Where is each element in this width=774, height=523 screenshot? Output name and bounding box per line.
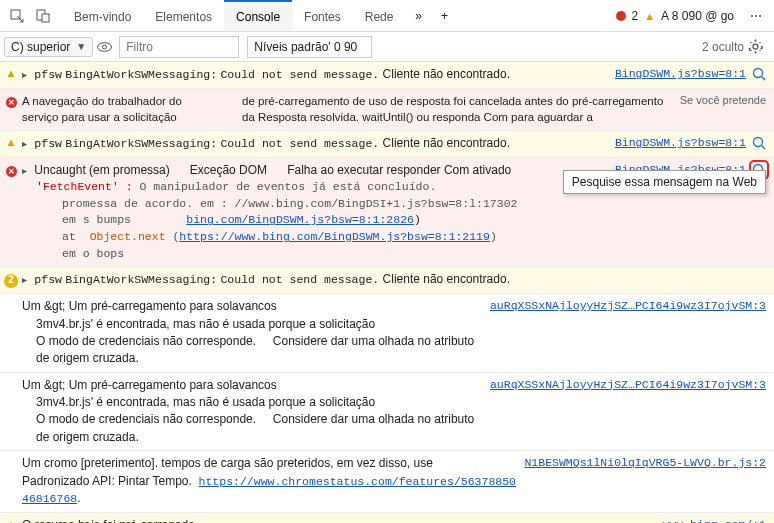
add-tab-icon[interactable]: +: [433, 5, 455, 27]
punct: .: [77, 491, 80, 505]
console-output: ▲ pfsw BingAtWorkSWMessaging: Could not …: [0, 62, 774, 523]
stack-symbol: Object.next: [90, 230, 166, 243]
err-head: Uncaught (em promessa): [34, 163, 169, 177]
warn-line: O recurso br.js foi pré-carregado: [22, 517, 654, 523]
source-link[interactable]: BingDSWM.js?bsw=8:1: [615, 66, 746, 83]
log-prefix: pfsw: [34, 68, 62, 81]
err-mid: Exceção DOM: [190, 163, 267, 177]
source-link[interactable]: BingDSWM.js?bsw=8:1: [615, 135, 746, 152]
warn-icon: ▲: [4, 517, 18, 523]
stack-label: 'FetchEvent' :: [36, 180, 133, 193]
tab-console[interactable]: Console: [224, 0, 292, 31]
tab-strip: Bem-vindo Elementos Console Fontes Rede: [62, 0, 405, 31]
tab-welcome[interactable]: Bem-vindo: [62, 0, 143, 31]
console-row: Um &gt; Um pré-carregamento para solavan…: [0, 373, 774, 452]
warn-text: A 8 090 @ go: [661, 9, 734, 23]
info-line: 3mv4.br.js' é encontrada, mas não é usad…: [22, 394, 482, 411]
stack-line: em s bumps: [62, 213, 131, 226]
issues-summary[interactable]: 2 ▲ A 8 090 @ go: [608, 9, 742, 23]
console-row: ✕ A navegação do trabalhador do serviço …: [0, 89, 774, 131]
error-icon: ✕: [4, 162, 18, 179]
expand-caret[interactable]: [22, 163, 31, 177]
info-line: O modo de credenciais não corresponde.: [36, 334, 256, 348]
svg-point-3: [98, 42, 112, 51]
source-link[interactable]: www.bing.com/:1: [662, 517, 766, 523]
live-expression-icon[interactable]: [97, 42, 115, 52]
source-link[interactable]: N1BESWMQs1lNi0lqIqVRG5-LWVQ.br.js:2: [524, 455, 766, 472]
device-toolbar-icon[interactable]: [32, 5, 54, 27]
log-group: BingAtWorkSWMessaging:: [65, 68, 217, 81]
stack-line: at: [62, 230, 76, 243]
tab-network[interactable]: Rede: [353, 0, 406, 31]
more-menu-icon[interactable]: ⋯: [742, 9, 770, 23]
search-web-icon[interactable]: [752, 136, 766, 150]
warn-icon: ▲: [4, 135, 18, 151]
source-link[interactable]: auRqXSSxNAjloyyHzjSZ…PCI64i9wz3I7ojvSM:3: [490, 298, 766, 315]
log-extra: Cliente não encontrado.: [383, 136, 510, 150]
log-levels-selector[interactable]: Níveis padrão' 0 90: [247, 36, 372, 58]
hidden-count[interactable]: 2 oculto: [702, 40, 744, 54]
console-row: ▲ pfsw BingAtWorkSWMessaging: Could not …: [0, 131, 774, 158]
error-count: 2: [632, 9, 639, 23]
expand-caret[interactable]: [22, 136, 31, 150]
search-web-tooltip: Pesquise essa mensagem na Web: [563, 170, 766, 194]
warn-icon: ▲: [4, 66, 18, 82]
expand-caret[interactable]: [22, 67, 31, 81]
stack-link[interactable]: https://www.bing.com/BingDSWM.js?bsw=8:1…: [179, 230, 490, 243]
svg-point-7: [754, 138, 763, 147]
err-tail: Falha ao executar responder Com ativado: [287, 163, 511, 177]
filter-input[interactable]: [119, 36, 239, 58]
console-settings-icon[interactable]: [748, 39, 770, 54]
svg-line-8: [762, 146, 766, 150]
err-right-note: Se você pretende: [680, 93, 766, 109]
log-msg: Could not send message.: [220, 68, 379, 81]
log-prefix: pfsw: [34, 137, 62, 150]
error-icon: ✕: [4, 93, 18, 110]
tabs-overflow-icon[interactable]: »: [407, 5, 429, 27]
log-msg: Could not send message.: [220, 273, 379, 286]
stack-text: O manipulador de eventos já está concluí…: [140, 180, 437, 193]
log-group: BingAtWorkSWMessaging:: [65, 273, 217, 286]
warn-tri-icon: ▲: [644, 10, 655, 22]
stack-line: promessa de acordo. em : //www.bing.com/…: [22, 196, 766, 213]
console-row: 2 pfsw BingAtWorkSWMessaging: Could not …: [0, 267, 774, 294]
console-filterbar: C) superior ▼ Níveis padrão' 0 90 2 ocul…: [0, 32, 774, 62]
svg-rect-2: [42, 14, 49, 22]
console-row: ▲ pfsw BingAtWorkSWMessaging: Could not …: [0, 62, 774, 89]
info-line: Um &gt; Um pré-carregamento para solavan…: [22, 377, 482, 394]
err-left: A navegação do trabalhador do serviço pa…: [22, 93, 202, 126]
console-row: Um &gt; Um pré-carregamento para solavan…: [0, 294, 774, 373]
error-dot-icon: [616, 11, 626, 21]
info-line: Um cromo [preterimento]. tempos de carga…: [22, 455, 516, 472]
log-group: BingAtWorkSWMessaging:: [65, 137, 217, 150]
devtools-topbar: Bem-vindo Elementos Console Fontes Rede …: [0, 0, 774, 32]
context-selector[interactable]: C) superior ▼: [4, 37, 93, 57]
info-line: 3mv4.br.js' é encontrada, mas não é usad…: [22, 316, 482, 333]
console-row: Um cromo [preterimento]. tempos de carga…: [0, 451, 774, 513]
search-web-icon[interactable]: [752, 67, 766, 81]
log-prefix: pfsw: [34, 273, 62, 286]
svg-point-5: [754, 69, 763, 78]
info-line: Padronizado API: Pintar Tempo.: [22, 474, 192, 488]
svg-line-6: [762, 77, 766, 81]
source-link[interactable]: auRqXSSxNAjloyyHzjSZ…PCI64i9wz3I7ojvSM:3: [490, 377, 766, 394]
stack-link[interactable]: bing.com/BingDSWM.js?bsw=8:1:2826: [186, 213, 414, 226]
expand-caret[interactable]: [22, 272, 31, 286]
repeat-count-badge: 2: [4, 271, 18, 288]
log-msg: Could not send message.: [220, 137, 379, 150]
log-extra: Cliente não encontrado.: [383, 272, 510, 286]
stack-line: em o bops: [22, 246, 766, 263]
console-row: ▲ O recurso br.js foi pré-carregado usan…: [0, 513, 774, 523]
svg-point-4: [103, 45, 107, 49]
chevron-down-icon: ▼: [76, 41, 86, 52]
inspect-element-icon[interactable]: [6, 5, 28, 27]
log-extra: Cliente não encontrado.: [383, 67, 510, 81]
context-label: C) superior: [11, 40, 70, 54]
tab-elements[interactable]: Elementos: [143, 0, 224, 31]
tab-sources[interactable]: Fontes: [292, 0, 353, 31]
info-line: Um &gt; Um pré-carregamento para solavan…: [22, 298, 482, 315]
err-mid: de pré-carregamento de uso de resposta f…: [242, 93, 672, 126]
info-line: O modo de credenciais não corresponde.: [36, 412, 256, 426]
